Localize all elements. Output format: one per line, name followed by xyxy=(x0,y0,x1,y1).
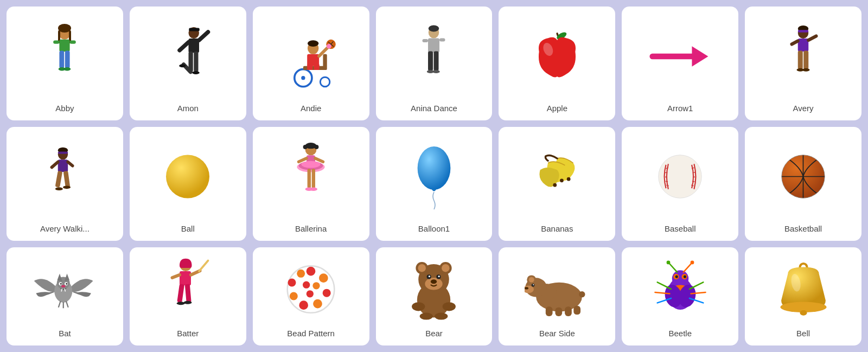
svg-line-80 xyxy=(315,158,323,162)
svg-point-133 xyxy=(313,299,322,308)
svg-point-23 xyxy=(320,77,330,87)
svg-point-192 xyxy=(800,310,807,315)
svg-point-144 xyxy=(418,264,426,272)
card-abby[interactable]: Abby xyxy=(7,7,123,120)
card-andie[interactable]: Andie xyxy=(253,7,369,120)
image-grid: Abby xyxy=(7,7,861,345)
card-image-basketball xyxy=(750,133,856,220)
svg-point-73 xyxy=(303,145,308,149)
svg-point-113 xyxy=(66,283,68,285)
svg-rect-168 xyxy=(565,306,572,316)
card-baseball[interactable]: Baseball xyxy=(622,127,738,241)
card-image-avery-walking xyxy=(12,133,118,220)
card-anina-dance[interactable]: Anina Dance xyxy=(376,7,493,120)
svg-point-28 xyxy=(308,40,318,47)
card-balloon1[interactable]: Balloon1 xyxy=(376,127,493,241)
card-image-bear-front xyxy=(381,254,487,324)
svg-marker-49 xyxy=(692,46,708,67)
svg-point-181 xyxy=(666,261,670,265)
svg-point-139 xyxy=(312,282,320,289)
svg-point-132 xyxy=(323,289,331,297)
svg-rect-166 xyxy=(546,306,553,316)
svg-rect-167 xyxy=(555,307,562,316)
svg-point-131 xyxy=(319,273,328,283)
svg-rect-12 xyxy=(189,28,200,31)
svg-point-151 xyxy=(438,276,440,277)
card-ball[interactable]: Ball xyxy=(130,127,246,241)
card-batter[interactable]: Batter xyxy=(130,247,246,345)
svg-point-20 xyxy=(180,64,186,67)
svg-point-19 xyxy=(193,71,200,74)
svg-point-179 xyxy=(684,276,686,278)
svg-point-137 xyxy=(297,269,305,277)
svg-line-54 xyxy=(808,36,816,40)
svg-line-65 xyxy=(68,162,73,166)
svg-rect-67 xyxy=(63,171,71,188)
card-label-bell: Bell xyxy=(796,329,810,338)
svg-point-153 xyxy=(412,302,425,311)
card-image-bat xyxy=(12,254,118,324)
card-image-andie xyxy=(258,13,364,99)
card-image-baseball xyxy=(627,133,733,220)
card-bead-pattern[interactable]: Bead Pattern xyxy=(253,247,369,345)
svg-line-99 xyxy=(692,181,694,182)
card-amon[interactable]: Amon xyxy=(130,7,246,120)
svg-rect-35 xyxy=(314,64,319,70)
svg-point-59 xyxy=(802,68,810,71)
card-label-balloon1: Balloon1 xyxy=(418,224,450,233)
svg-point-87 xyxy=(560,178,564,182)
card-image-bananas xyxy=(504,133,610,220)
svg-rect-126 xyxy=(185,284,192,303)
svg-rect-25 xyxy=(323,54,327,70)
card-avery-walking[interactable]: Avery Walki... xyxy=(7,127,123,241)
card-label-bead-pattern: Bead Pattern xyxy=(287,329,335,338)
card-image-avery xyxy=(750,13,856,99)
card-bell[interactable]: Bell xyxy=(745,247,861,345)
svg-rect-169 xyxy=(573,305,580,314)
card-bear-side[interactable]: Bear Side xyxy=(499,247,615,345)
card-label-ball: Ball xyxy=(181,224,195,233)
svg-point-69 xyxy=(63,186,71,189)
svg-line-15 xyxy=(180,42,189,50)
svg-rect-4 xyxy=(60,39,70,51)
svg-line-124 xyxy=(173,275,180,278)
card-ballerina[interactable]: Ballerina xyxy=(253,127,369,241)
card-image-batter xyxy=(135,254,241,324)
svg-point-84 xyxy=(310,188,317,191)
card-label-avery: Avery xyxy=(793,104,814,113)
card-image-arrow1 xyxy=(627,13,733,99)
svg-rect-63 xyxy=(58,159,68,172)
svg-point-156 xyxy=(435,313,448,320)
svg-line-79 xyxy=(299,158,307,162)
svg-line-123 xyxy=(199,261,208,272)
card-beetle[interactable]: Beetle xyxy=(622,247,738,345)
svg-point-68 xyxy=(55,187,63,190)
card-image-balloon1 xyxy=(381,133,487,220)
svg-point-136 xyxy=(288,278,296,286)
svg-point-130 xyxy=(307,266,316,276)
svg-point-146 xyxy=(442,264,450,272)
svg-line-97 xyxy=(693,172,695,173)
card-image-ball xyxy=(135,133,241,220)
card-bat[interactable]: Bat xyxy=(7,247,123,345)
svg-line-94 xyxy=(666,181,668,182)
svg-point-33 xyxy=(327,44,331,49)
card-bear-front[interactable]: Bear xyxy=(376,247,493,345)
svg-point-70 xyxy=(166,155,209,199)
svg-point-128 xyxy=(184,301,192,304)
card-image-anina-dance xyxy=(381,13,487,99)
svg-line-117 xyxy=(59,302,61,308)
card-arrow1[interactable]: Arrow1 xyxy=(622,7,738,120)
svg-point-78 xyxy=(302,161,321,168)
card-basketball[interactable]: Basketball xyxy=(745,127,861,241)
svg-point-37 xyxy=(429,25,439,32)
svg-line-92 xyxy=(665,172,667,173)
card-label-basketball: Basketball xyxy=(784,224,822,233)
svg-rect-6 xyxy=(70,40,76,43)
card-image-amon xyxy=(135,13,241,99)
card-apple[interactable]: Apple xyxy=(499,7,615,120)
svg-point-86 xyxy=(567,177,571,181)
svg-line-180 xyxy=(669,263,677,272)
card-bananas[interactable]: Bananas xyxy=(499,127,615,241)
card-avery[interactable]: Avery xyxy=(745,7,861,120)
